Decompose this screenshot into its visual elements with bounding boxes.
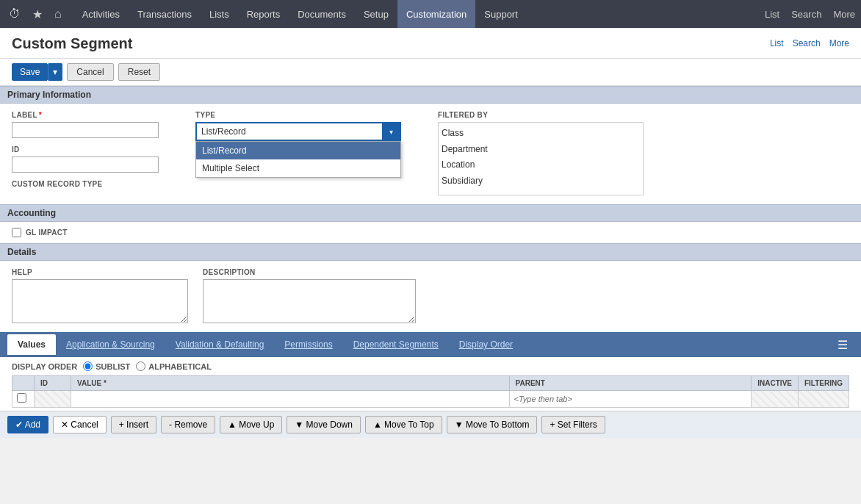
id-field-group: ID [12,145,159,173]
tab-application-sourcing[interactable]: Application & Sourcing [56,334,165,355]
display-order-label: DISPLAY ORDER [12,362,77,371]
id-input[interactable] [12,156,159,173]
type-dropdown-container: List/Record ▾ List/Record Multiple Selec… [195,122,401,141]
set-filters-button[interactable]: + Set Filters [541,416,605,433]
remove-button[interactable]: - Remove [161,416,215,433]
col-header-inactive: INACTIVE [752,376,799,391]
id-field-label: ID [12,145,159,154]
sublist-label: SUBLIST [96,362,130,371]
filtered-by-group: FILTERED BY Class Department Location Su… [438,111,644,195]
label-input[interactable] [12,122,159,138]
filtered-by-department: Department [442,142,640,158]
primary-info-grid: LABEL* ID CUSTOM RECORD TYPE TYPE List/R… [0,104,861,204]
nav-transactions[interactable]: Transactions [129,0,201,28]
type-hint: <Type then tab> [514,395,572,403]
row-checkbox-cell [12,391,35,408]
tab-expand-icon[interactable]: ☰ [832,335,854,355]
type-dropdown-list: List/Record Multiple Select [195,141,401,178]
filtered-by-label: FILTERED BY [438,111,644,119]
cancel-row-button[interactable]: ✕ Cancel [53,416,107,433]
nav-links: Activities Transactions Lists Reports Do… [73,0,527,28]
custom-record-type-label: CUSTOM RECORD TYPE [12,180,159,188]
tab-display-order[interactable]: Display Order [449,334,523,355]
col-header-filtering: FILTERING [798,376,849,391]
nav-search-link[interactable]: Search [791,9,821,20]
move-up-button[interactable]: ▲ Move Up [220,416,282,433]
type-dropdown[interactable]: List/Record ▾ [195,122,401,141]
nav-more-link[interactable]: More [833,9,855,20]
nav-activities[interactable]: Activities [73,0,129,28]
row-value-input[interactable] [76,393,505,405]
type-field-group: TYPE List/Record ▾ List/Record Multiple … [195,111,401,141]
nav-documents[interactable]: Documents [289,0,355,28]
table-row: <Type then tab> [12,391,849,408]
label-field-group: LABEL* [12,111,159,138]
col-header-checkbox [12,376,35,391]
primary-info-header: Primary Information [0,86,861,104]
nav-support[interactable]: Support [475,0,527,28]
move-to-bottom-button[interactable]: ▼ Move To Bottom [447,416,538,433]
values-table: ID VALUE * PARENT INACTIVE FILTERING <Ty… [12,375,849,408]
nav-setup[interactable]: Setup [355,0,397,28]
header-list-link[interactable]: List [770,38,784,48]
row-id-cell [35,391,71,408]
label-field-label: LABEL* [12,111,159,119]
header-more-link[interactable]: More [829,38,849,48]
add-button[interactable]: ✔ Add [7,416,48,433]
accounting-section: GL IMPACT [0,222,861,243]
tab-validation-defaulting[interactable]: Validation & Defaulting [165,334,275,355]
row-parent-cell: <Type then tab> [509,391,752,408]
page-header: Custom Segment List Search More [0,28,861,59]
row-value-cell[interactable] [71,391,510,408]
tab-values[interactable]: Values [7,334,56,355]
type-option-multiple-select[interactable]: Multiple Select [196,159,400,177]
alphabetical-radio-label[interactable]: ALPHABETICAL [136,361,212,371]
save-button[interactable]: Save [12,63,48,81]
page-title: Custom Segment [12,35,132,52]
recent-icon[interactable]: ⏱ [6,4,24,24]
insert-button[interactable]: + Insert [111,416,156,433]
home-icon[interactable]: ⌂ [51,4,65,24]
cancel-button[interactable]: Cancel [67,63,113,81]
filtered-by-class: Class [442,126,640,142]
dropdown-arrow-icon[interactable]: ▾ [382,123,400,140]
favorites-icon[interactable]: ★ [29,4,46,24]
sublist-radio[interactable] [83,361,93,371]
header-search-link[interactable]: Search [793,38,821,48]
tab-permissions[interactable]: Permissions [274,334,342,355]
move-down-button[interactable]: ▼ Move Down [287,416,361,433]
save-group: Save ▾ [12,63,62,81]
top-nav: ⏱ ★ ⌂ Activities Transactions Lists Repo… [0,0,861,28]
type-field-label: TYPE [195,111,401,119]
nav-list-link[interactable]: List [765,9,779,20]
toolbar: Save ▾ Cancel Reset [0,59,861,86]
description-textarea[interactable] [203,279,416,323]
nav-reports[interactable]: Reports [238,0,289,28]
filtered-by-subsidiary: Subsidiary [442,173,640,190]
nav-right: List Search More [765,9,855,20]
nav-lists[interactable]: Lists [201,0,238,28]
gl-impact-checkbox[interactable] [12,228,21,237]
type-option-list-record[interactable]: List/Record [196,142,400,159]
sublist-radio-label[interactable]: SUBLIST [83,361,130,371]
filtered-by-list: Class Department Location Subsidiary [438,122,644,195]
alphabetical-label: ALPHABETICAL [148,362,212,371]
alphabetical-radio[interactable] [136,361,145,371]
help-textarea[interactable] [12,279,188,323]
custom-record-type-group: CUSTOM RECORD TYPE [12,180,159,188]
description-field-group: DESCRIPTION [203,268,416,323]
accounting-header: Accounting [0,204,861,222]
details-header: Details [0,243,861,261]
row-checkbox[interactable] [17,393,26,403]
move-to-top-button[interactable]: ▲ Move To Top [365,416,442,433]
save-dropdown-button[interactable]: ▾ [48,63,62,81]
page-header-actions: List Search More [770,38,849,48]
nav-customization[interactable]: Customization [397,0,475,28]
description-label: DESCRIPTION [203,268,416,276]
nav-icons: ⏱ ★ ⌂ [6,4,65,24]
tab-dependent-segments[interactable]: Dependent Segments [343,334,449,355]
help-label: HELP [12,268,188,276]
col-header-value: VALUE * [71,376,510,391]
col-header-id: ID [35,376,71,391]
reset-button[interactable]: Reset [118,63,160,81]
